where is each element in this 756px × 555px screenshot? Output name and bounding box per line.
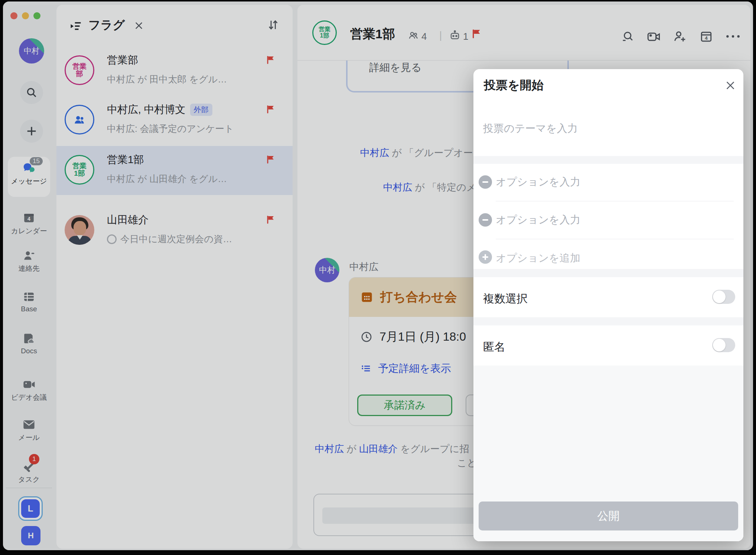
add-option-label[interactable]: オプションを追加	[496, 251, 580, 265]
modal-title: 投票を開始	[484, 77, 544, 94]
screen: 中村 15 メッセージ 4	[0, 0, 756, 555]
anonymous-toggle[interactable]	[712, 338, 735, 352]
anonymous-label: 匿名	[483, 340, 505, 355]
section-divider-band	[473, 269, 743, 277]
close-icon	[724, 79, 736, 91]
section-divider-band	[473, 156, 743, 164]
remove-option-1-button[interactable]	[479, 175, 492, 189]
multi-select-toggle[interactable]	[712, 290, 735, 304]
poll-theme-input[interactable]	[483, 123, 728, 134]
app-window: 中村 15 メッセージ 4	[3, 1, 753, 550]
option-divider	[496, 201, 734, 201]
add-option-button[interactable]	[479, 250, 492, 264]
poll-modal: 投票を開始 オプションを追加 複数選択 匿名 公開	[473, 69, 743, 541]
poll-option-1-input[interactable]	[496, 176, 726, 188]
publish-button[interactable]: 公開	[479, 502, 738, 530]
remove-option-2-button[interactable]	[479, 213, 492, 227]
modal-close-button[interactable]	[723, 78, 738, 93]
section-divider-band	[473, 317, 743, 325]
multi-select-label: 複数選択	[483, 291, 528, 306]
option-divider	[496, 239, 734, 239]
poll-option-2-input[interactable]	[496, 214, 726, 226]
